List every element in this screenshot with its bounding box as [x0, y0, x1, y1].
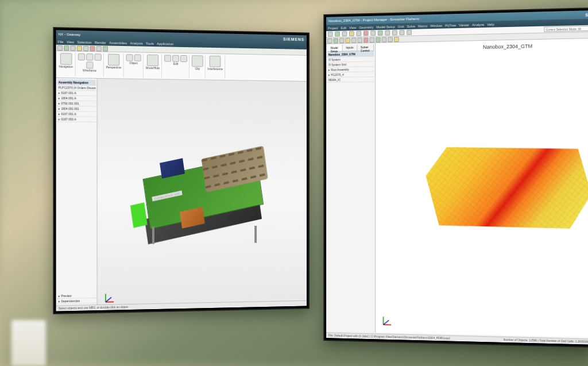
siemens-brand: SIEMENS: [585, 12, 588, 17]
toolbar-icon[interactable]: [356, 31, 361, 36]
cad-model[interactable]: CompactFlash 1GB: [129, 137, 277, 242]
nx-assembly-navigator: Assembly Navigation PLPC2370 (4 Orders S…: [56, 78, 98, 311]
toolbar-icon[interactable]: [103, 46, 108, 51]
thermal-model[interactable]: [417, 109, 588, 261]
toolbar-icon[interactable]: [363, 30, 369, 36]
toolbar-icon[interactable]: [388, 37, 393, 42]
tree-item[interactable]: 0818A_IC: [327, 77, 374, 83]
ribbon-button[interactable]: [126, 54, 133, 61]
toolbar-icon[interactable]: [342, 31, 347, 36]
toolbar-icon[interactable]: [349, 31, 354, 36]
toolbar-icon[interactable]: [57, 45, 63, 50]
menu-render[interactable]: Render: [95, 40, 106, 44]
ribbon-button[interactable]: [192, 55, 203, 67]
menu-macro[interactable]: Macro: [418, 24, 427, 28]
toolbar-icon[interactable]: [378, 30, 383, 36]
menu-solve[interactable]: Solve: [407, 24, 416, 28]
monitor-right: Nanobox_2304_GTM - Project Manager - Sim…: [323, 6, 588, 349]
svg-line-5: [384, 320, 389, 325]
ribbon-button[interactable]: [164, 55, 171, 61]
selection-mode-dropdown[interactable]: Current Selection Mode: All: [544, 25, 588, 32]
toolbar-icon[interactable]: [70, 45, 75, 51]
menu-modelsetup[interactable]: Model Setup: [376, 25, 395, 29]
menu-view[interactable]: View: [349, 26, 356, 29]
menu-application[interactable]: Application: [157, 42, 173, 46]
ribbon-button[interactable]: [180, 55, 187, 62]
menu-geometry[interactable]: Geometry: [359, 25, 373, 29]
tab-solver-control[interactable]: Solver Control: [357, 44, 374, 51]
toolbar-icon[interactable]: [335, 32, 340, 37]
menu-prjtree[interactable]: PrjTree: [445, 24, 456, 27]
tab-inputs[interactable]: Inputs: [343, 44, 357, 51]
menu-analyze[interactable]: Analyze: [472, 22, 484, 26]
nx-title: NX - Gateway: [59, 32, 81, 36]
view-triad[interactable]: [381, 313, 394, 327]
tab-model-setup[interactable]: Model Setup: [327, 45, 343, 51]
toolbar-icon[interactable]: [385, 30, 390, 36]
ribbon-button[interactable]: [86, 53, 93, 60]
toolbar-icon[interactable]: [351, 37, 357, 43]
toolbar-icon[interactable]: [327, 38, 332, 43]
menu-tools[interactable]: Tools: [146, 41, 154, 45]
toolbar-icon[interactable]: [363, 37, 369, 43]
ribbon-button[interactable]: [86, 61, 93, 68]
assembly-item[interactable]: ▸ 0187.002.A: [57, 117, 96, 122]
nx-viewport[interactable]: CompactFlash 1GB: [98, 79, 307, 310]
toolbar-icon[interactable]: [407, 30, 412, 35]
toolbar-icon[interactable]: [64, 45, 69, 51]
menu-selection[interactable]: Selection: [77, 40, 91, 44]
toolbar-icon[interactable]: [382, 37, 387, 42]
flotherm-project-tree: Model Setup Inputs Solver Control Nanobo…: [326, 43, 376, 333]
menu-viewer[interactable]: Viewer: [459, 23, 469, 26]
ribbon-button[interactable]: [94, 53, 101, 60]
toolbar-icon[interactable]: [96, 46, 102, 51]
flotherm-viewport[interactable]: Nanobox_2304_GTM Temperature (°C) 80 75 …: [376, 37, 588, 339]
toolbar-icon[interactable]: [339, 38, 345, 43]
monitor-left: NX - Gateway SIEMENS File View Selection…: [53, 27, 309, 314]
toolbar-icon[interactable]: [83, 45, 88, 51]
menu-edit[interactable]: Edit: [341, 26, 346, 29]
viewport-title: Nanobox_2304_GTM: [376, 41, 588, 52]
menu-grid[interactable]: Grid: [398, 25, 404, 28]
ribbon-button[interactable]: [210, 56, 221, 67]
ribbon-button[interactable]: [172, 55, 179, 62]
ribbon-button[interactable]: [78, 53, 84, 60]
ribbon-button[interactable]: [108, 54, 119, 66]
toolbar-icon[interactable]: [333, 38, 338, 43]
toolbar-icon[interactable]: [394, 37, 399, 42]
toolbar-icon[interactable]: [376, 37, 381, 42]
toolbar-icon[interactable]: [392, 30, 397, 35]
menu-project[interactable]: Project: [328, 26, 338, 29]
view-triad[interactable]: [103, 290, 117, 305]
menu-assemblies[interactable]: Assemblies: [109, 41, 127, 45]
toolbar-icon[interactable]: [400, 30, 405, 35]
assembly-item[interactable]: ▸ 0187.001.A: [57, 111, 96, 117]
toolbar-icon[interactable]: [357, 37, 362, 43]
menu-window[interactable]: Window: [430, 24, 442, 27]
ribbon-button[interactable]: [147, 55, 158, 66]
toolbar-icon[interactable]: [328, 32, 333, 37]
toolbar-icon[interactable]: [90, 45, 95, 51]
ribbon-button[interactable]: [134, 54, 141, 61]
nx-ribbon: Navigation Wireframe Perspective Object …: [56, 51, 307, 82]
menu-file[interactable]: File: [58, 40, 64, 43]
ribbon-button[interactable]: [60, 53, 72, 65]
menu-analysis[interactable]: Analysis: [130, 41, 143, 45]
toolbar-icon[interactable]: [345, 37, 350, 43]
menu-view[interactable]: View: [67, 40, 74, 44]
toolbar-icon[interactable]: [77, 45, 82, 51]
siemens-brand: SIEMENS: [283, 37, 304, 41]
svg-line-2: [106, 297, 111, 302]
menu-help[interactable]: Help: [487, 22, 494, 26]
toolbar-icon[interactable]: [370, 30, 376, 36]
flotherm-title: Nanobox_2304_GTM - Project Manager - Sim…: [328, 17, 419, 23]
toolbar-icon[interactable]: [370, 37, 375, 43]
cad-model-label: CompactFlash 1GB: [152, 191, 182, 202]
